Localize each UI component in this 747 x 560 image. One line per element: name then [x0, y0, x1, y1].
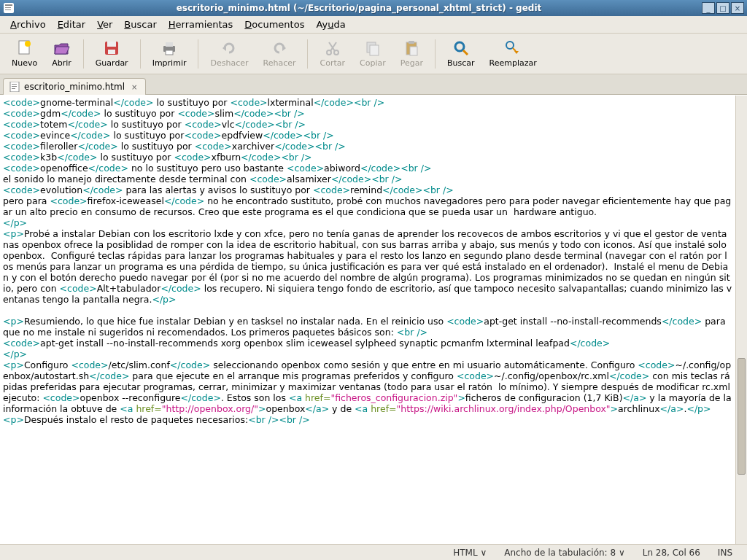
status-position: Ln 28, Col 66 [634, 548, 709, 558]
print-icon [160, 39, 178, 57]
toolbar: Nuevo Abrir Guardar Imprimir Deshacer Re… [0, 34, 747, 74]
open-icon [53, 39, 71, 57]
tab-close-button[interactable]: × [129, 82, 139, 92]
menu-ver[interactable]: Ver [91, 18, 118, 31]
svg-rect-17 [370, 45, 379, 55]
svg-line-24 [513, 48, 516, 51]
titlebar: escritorio_minimo.html (~/Escritorio/pag… [0, 0, 747, 16]
svg-rect-3 [5, 9, 11, 10]
menu-herramientas[interactable]: Herramientas [163, 18, 239, 31]
window-title: escritorio_minimo.html (~/Escritorio/pag… [18, 3, 700, 13]
svg-point-5 [25, 41, 31, 47]
buscar-button[interactable]: Buscar [440, 38, 482, 69]
status-lang[interactable]: HTML ∨ [444, 548, 495, 558]
svg-rect-20 [410, 47, 417, 55]
undo-icon [220, 39, 238, 57]
copiar-button[interactable]: Copiar [352, 38, 393, 69]
pegar-button[interactable]: Pegar [393, 38, 430, 69]
paste-icon [403, 39, 420, 57]
status-insert-mode[interactable]: INS [709, 548, 741, 558]
tabbar: escritorio_minimo.html × [0, 74, 747, 95]
svg-rect-7 [107, 42, 116, 47]
code-editor[interactable]: <code>gnome-terminal</code> lo sustituyo… [0, 96, 735, 544]
svg-rect-2 [5, 7, 11, 8]
vertical-scrollbar[interactable] [735, 96, 747, 544]
svg-line-22 [463, 50, 468, 55]
editor-area: <code>gnome-terminal</code> lo sustituyo… [0, 95, 747, 544]
menu-archivo[interactable]: Archivo [4, 18, 52, 31]
svg-rect-28 [12, 88, 15, 89]
imprimir-button[interactable]: Imprimir [145, 38, 194, 69]
rehacer-button[interactable]: Rehacer [256, 38, 303, 69]
svg-rect-19 [409, 41, 414, 44]
deshacer-button[interactable]: Deshacer [203, 38, 255, 69]
menu-buscar[interactable]: Buscar [118, 18, 162, 31]
save-icon [103, 39, 120, 57]
svg-point-23 [506, 42, 514, 49]
document-icon [9, 82, 20, 92]
nuevo-button[interactable]: Nuevo [4, 38, 44, 69]
status-tabwidth[interactable]: Ancho de la tabulación: 8 ∨ [495, 548, 633, 558]
scrollbar-thumb[interactable] [738, 358, 746, 475]
statusbar: HTML ∨ Ancho de la tabulación: 8 ∨ Ln 28… [0, 544, 747, 560]
search-icon [452, 39, 470, 57]
redo-icon [271, 39, 288, 57]
svg-rect-11 [166, 50, 173, 55]
copy-icon [364, 39, 382, 57]
close-button[interactable]: × [731, 2, 744, 14]
menu-ayuda[interactable]: Ayuda [310, 18, 351, 31]
abrir-button[interactable]: Abrir [44, 38, 79, 69]
maximize-button[interactable]: □ [716, 2, 729, 14]
app-icon [3, 2, 15, 14]
svg-rect-8 [108, 50, 115, 54]
replace-icon [504, 39, 522, 57]
new-icon [16, 39, 34, 57]
minimize-button[interactable]: _ [702, 2, 715, 14]
menu-documentos[interactable]: Documentos [239, 18, 310, 31]
tab-document[interactable]: escritorio_minimo.html × [3, 78, 146, 95]
svg-point-21 [455, 42, 464, 51]
cut-icon [324, 39, 341, 57]
svg-rect-10 [166, 42, 173, 47]
menubar: Archivo Editar Ver Buscar Herramientas D… [0, 16, 747, 34]
reemplazar-button[interactable]: Reemplazar [482, 38, 544, 69]
svg-rect-27 [12, 86, 17, 87]
svg-rect-1 [5, 4, 12, 6]
tab-label: escritorio_minimo.html [24, 82, 125, 92]
cortar-button[interactable]: Cortar [312, 38, 352, 69]
guardar-button[interactable]: Guardar [88, 38, 136, 69]
svg-rect-26 [12, 84, 17, 85]
menu-editar[interactable]: Editar [52, 18, 92, 31]
